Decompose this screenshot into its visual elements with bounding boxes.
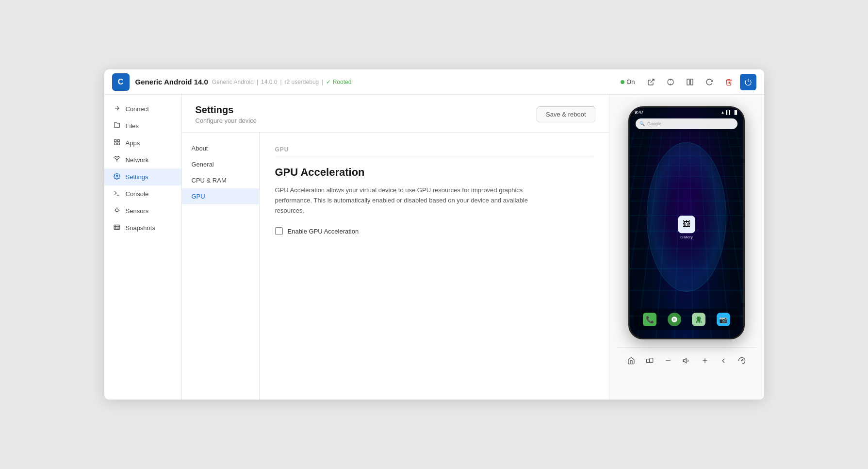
phone-battery-icon: ▐▌ bbox=[733, 110, 738, 115]
svg-line-0 bbox=[650, 79, 654, 83]
sidebar-label-connect: Connect bbox=[126, 105, 149, 113]
device-status: On bbox=[621, 78, 635, 85]
volume-up-button[interactable] bbox=[699, 352, 711, 369]
status-dot bbox=[621, 80, 624, 84]
svg-rect-15 bbox=[114, 225, 120, 229]
svg-rect-17 bbox=[650, 358, 653, 363]
files-icon bbox=[113, 122, 121, 130]
dock-phone-icon[interactable]: 📞 bbox=[643, 313, 656, 326]
subnav-general[interactable]: General bbox=[182, 156, 259, 172]
sidebar-item-console[interactable]: Console bbox=[104, 185, 181, 202]
svg-rect-4 bbox=[687, 79, 689, 85]
sidebar-label-apps: Apps bbox=[126, 139, 140, 147]
sidebar-item-apps[interactable]: Apps bbox=[104, 134, 181, 151]
sidebar-label-network: Network bbox=[126, 156, 149, 164]
external-link-button[interactable] bbox=[643, 74, 659, 90]
apps-icon bbox=[113, 139, 121, 147]
connect-icon bbox=[113, 105, 121, 113]
device-logo: C bbox=[112, 73, 130, 91]
settings-title: Settings bbox=[196, 104, 257, 116]
sidebar-item-files[interactable]: Files bbox=[104, 117, 181, 134]
dock-camera-icon[interactable]: 📷 bbox=[717, 313, 730, 326]
app-window: C Generic Android 14.0 Generic Android |… bbox=[104, 69, 764, 400]
sidebar-item-connect[interactable]: Connect bbox=[104, 100, 181, 117]
power-button[interactable] bbox=[740, 74, 756, 90]
sensors-icon bbox=[113, 207, 121, 215]
subnav-cpu-ram[interactable]: CPU & RAM bbox=[182, 172, 259, 188]
phone-controls bbox=[617, 347, 756, 374]
gpu-acceleration-checkbox[interactable] bbox=[275, 227, 283, 235]
phone-gallery-label: Gallery bbox=[680, 235, 692, 239]
sidebar: Connect Files Apps Network bbox=[104, 95, 182, 400]
svg-point-11 bbox=[116, 161, 117, 161]
phone-wifi-icon: ▲ bbox=[721, 110, 724, 115]
device-name: Generic Android 14.0 bbox=[135, 78, 208, 86]
svg-rect-9 bbox=[114, 143, 116, 145]
meta-rooted: ✓ Rooted bbox=[326, 79, 351, 85]
network-icon bbox=[113, 156, 121, 164]
subnav-about[interactable]: About bbox=[182, 140, 259, 156]
phone-search-placeholder: Google bbox=[647, 121, 661, 126]
dock-android-icon[interactable] bbox=[692, 313, 705, 326]
phone-gallery-area: 🖼 Gallery bbox=[678, 216, 695, 239]
settings-panel: GPU GPU Acceleration GPU Acceleration al… bbox=[260, 133, 609, 400]
rotate-button[interactable] bbox=[662, 74, 679, 90]
volume-down-button[interactable] bbox=[662, 352, 674, 369]
svg-marker-19 bbox=[683, 358, 686, 363]
phone-status-bar: 9:47 ▲ ▌▌ ▐▌ bbox=[630, 108, 743, 116]
meta-version: Generic Android bbox=[212, 79, 254, 85]
phone-status-icons: ▲ ▌▌ ▐▌ bbox=[721, 110, 738, 115]
phone-signal-icon: ▌▌ bbox=[726, 110, 731, 115]
svg-rect-8 bbox=[117, 140, 119, 142]
meta-build: 14.0.0 bbox=[261, 79, 277, 85]
header-meta: Generic Android | 14.0.0 | r2 userdebug … bbox=[212, 79, 352, 85]
sidebar-label-snapshots: Snapshots bbox=[126, 224, 155, 232]
main-layout: Connect Files Apps Network bbox=[104, 95, 764, 400]
svg-point-12 bbox=[116, 175, 118, 177]
snapshots-icon bbox=[113, 224, 121, 232]
phone-dock: 📞 📷 bbox=[634, 309, 739, 330]
phone-frame: 9:47 ▲ ▌▌ ▐▌ 🔍 Google 🖼 bbox=[628, 106, 745, 339]
gpu-checkbox-row: Enable GPU Acceleration bbox=[275, 227, 593, 235]
phone-screen: 9:47 ▲ ▌▌ ▐▌ 🔍 Google 🖼 bbox=[630, 108, 743, 338]
fingerprint-button[interactable] bbox=[736, 352, 748, 369]
sidebar-item-settings[interactable]: Settings bbox=[104, 168, 181, 185]
phone-search-bar[interactable]: 🔍 Google bbox=[636, 118, 737, 129]
sidebar-item-sensors[interactable]: Sensors bbox=[104, 202, 181, 219]
settings-subnav: About General CPU & RAM GPU bbox=[182, 133, 260, 400]
home-button[interactable] bbox=[625, 352, 638, 369]
sidebar-item-snapshots[interactable]: Snapshots bbox=[104, 219, 181, 236]
settings-subtitle: Configure your device bbox=[196, 117, 257, 124]
header: C Generic Android 14.0 Generic Android |… bbox=[104, 69, 764, 95]
phone-gallery-icon[interactable]: 🖼 bbox=[678, 216, 695, 233]
svg-rect-10 bbox=[117, 143, 119, 145]
back-button[interactable] bbox=[717, 352, 730, 369]
sidebar-label-sensors: Sensors bbox=[126, 207, 149, 215]
svg-point-22 bbox=[742, 360, 742, 361]
phone-panel: 9:47 ▲ ▌▌ ▐▌ 🔍 Google 🖼 bbox=[609, 95, 764, 400]
columns-button[interactable] bbox=[682, 74, 698, 90]
gpu-acceleration-label[interactable]: Enable GPU Acceleration bbox=[288, 228, 359, 235]
sidebar-item-network[interactable]: Network bbox=[104, 151, 181, 168]
recent-apps-button[interactable] bbox=[643, 352, 656, 369]
volume-icon bbox=[680, 352, 693, 369]
svg-rect-16 bbox=[646, 359, 650, 363]
gpu-accel-description: GPU Acceleration allows your virtual dev… bbox=[275, 185, 547, 216]
save-reboot-button[interactable]: Save & reboot bbox=[537, 106, 595, 122]
settings-body: About General CPU & RAM GPU GPU GPU Acce… bbox=[182, 133, 609, 400]
settings-title-block: Settings Configure your device bbox=[196, 104, 257, 124]
svg-point-14 bbox=[115, 209, 118, 212]
sidebar-label-files: Files bbox=[126, 122, 139, 130]
panel-section-label: GPU bbox=[275, 146, 593, 158]
content-area: Settings Configure your device Save & re… bbox=[182, 95, 609, 400]
meta-channel: r2 userdebug bbox=[285, 79, 319, 85]
settings-header: Settings Configure your device Save & re… bbox=[182, 95, 609, 133]
phone-search-icon: 🔍 bbox=[639, 121, 645, 126]
sidebar-label-settings: Settings bbox=[126, 173, 148, 181]
dock-green-icon[interactable] bbox=[668, 313, 681, 326]
refresh-button[interactable] bbox=[701, 74, 718, 90]
status-label: On bbox=[626, 78, 635, 85]
delete-button[interactable] bbox=[721, 74, 737, 90]
subnav-gpu[interactable]: GPU bbox=[182, 188, 259, 204]
svg-rect-5 bbox=[690, 79, 693, 85]
